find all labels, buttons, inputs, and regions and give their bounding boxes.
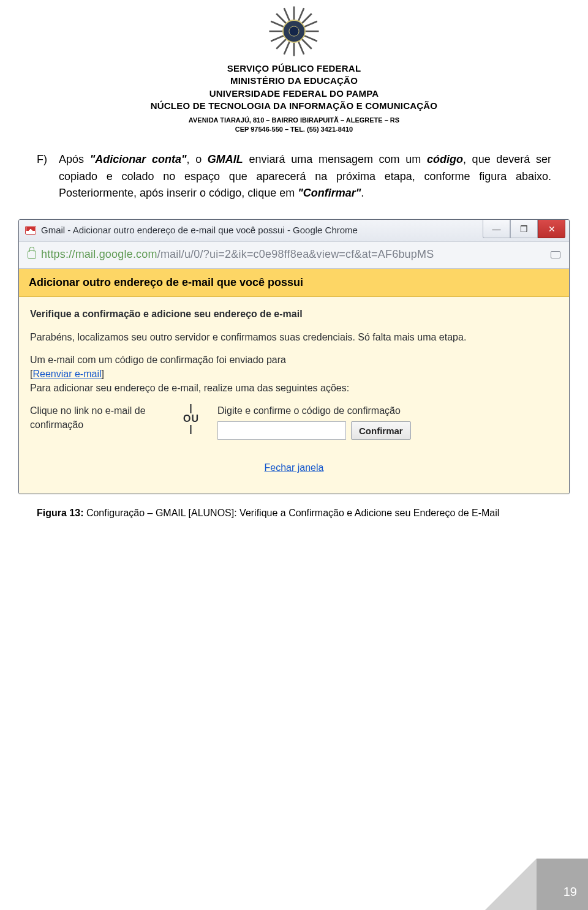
confirmation-code-input[interactable] bbox=[217, 421, 346, 440]
header-subline: CEP 97546-550 – TEL. (55) 3421-8410 bbox=[37, 125, 551, 134]
window-titlebar[interactable]: Gmail - Adicionar outro endereço de e-ma… bbox=[19, 220, 569, 242]
sep-or: OU bbox=[183, 414, 199, 424]
page-corner-decoration bbox=[537, 859, 588, 910]
caption-text: Configuração – GMAIL [ALUNOS]: Verifique… bbox=[83, 508, 499, 518]
close-button[interactable]: ✕ bbox=[538, 220, 565, 238]
gmail-band-title: Adicionar outro endereço de e-mail que v… bbox=[19, 269, 569, 297]
code-label: Digite e confirme o código de confirmaçã… bbox=[217, 404, 558, 418]
keyboard-icon bbox=[551, 251, 560, 258]
maximize-button[interactable]: ❐ bbox=[510, 220, 538, 238]
or-separator: | OU | bbox=[183, 404, 199, 434]
figure-caption: Figura 13: Configuração – GMAIL [ALUNOS]… bbox=[37, 508, 551, 519]
close-window-link[interactable]: Fechar janela bbox=[265, 462, 324, 473]
verify-title: Verifique a confirmação e adicione seu e… bbox=[30, 307, 558, 321]
header-subline: AVENIDA TIARAJÚ, 810 – BAIRRO IBIRAPUITÃ… bbox=[37, 116, 551, 125]
header-line: MINISTÉRIO DA EDUCAÇÃO bbox=[37, 75, 551, 87]
window-title: Gmail - Adicionar outro endereço de e-ma… bbox=[41, 225, 358, 235]
text: enviará uma mensagem com um bbox=[243, 153, 427, 165]
lock-icon bbox=[28, 250, 36, 259]
gmail-icon bbox=[25, 226, 36, 235]
list-marker: F) bbox=[37, 151, 59, 203]
text-bold: código bbox=[427, 153, 463, 165]
national-seal-icon bbox=[266, 4, 322, 59]
svg-point-18 bbox=[289, 26, 299, 36]
address-bar[interactable]: https://mail.google.com/mail/u/0/?ui=2&i… bbox=[19, 242, 569, 269]
text: , o bbox=[186, 153, 207, 165]
click-link-option: Clique no link no e-mail de confirmação bbox=[30, 404, 165, 432]
text-bold: GMAIL bbox=[208, 153, 243, 165]
instruction-paragraph: F) Após "Adicionar conta", o GMAIL envia… bbox=[37, 151, 551, 203]
embedded-screenshot: Gmail - Adicionar outro endereço de e-ma… bbox=[18, 219, 570, 494]
sep-bar: | bbox=[183, 404, 199, 414]
text-bold: "Confirmar" bbox=[298, 187, 361, 199]
text-bold: "Adicionar conta" bbox=[90, 153, 187, 165]
sent-text: Um e-mail com um código de confirmação f… bbox=[30, 355, 286, 365]
page-number: 19 bbox=[564, 885, 577, 899]
url-secure: https://mail.google.com bbox=[41, 248, 157, 260]
minimize-button[interactable]: — bbox=[483, 220, 510, 238]
url-path: /mail/u/0/?ui=2&ik=c0e98ff8ea&view=cf&at… bbox=[157, 248, 434, 260]
congrats-text: Parabéns, localizamos seu outro servidor… bbox=[30, 330, 558, 344]
header-line: SERVIÇO PÚBLICO FEDERAL bbox=[37, 62, 551, 75]
confirm-button[interactable]: Confirmar bbox=[351, 421, 411, 440]
header-line: NÚCLEO DE TECNOLOGIA DA INFORMAÇÃO E COM… bbox=[37, 100, 551, 112]
actions-text: Para adicionar seu endereço de e-mail, r… bbox=[30, 383, 349, 393]
caption-bold: Figura 13: bbox=[37, 508, 83, 518]
sep-bar: | bbox=[183, 424, 199, 435]
document-header: SERVIÇO PÚBLICO FEDERAL MINISTÉRIO DA ED… bbox=[37, 0, 551, 134]
url-text: https://mail.google.com/mail/u/0/?ui=2&i… bbox=[41, 248, 542, 261]
header-line: UNIVERSIDADE FEDERAL DO PAMPA bbox=[37, 88, 551, 100]
text: . bbox=[361, 187, 364, 199]
gmail-content: Verifique a confirmação e adicione seu e… bbox=[19, 297, 569, 493]
text: Após bbox=[59, 153, 90, 165]
resend-email-link[interactable]: Reenviar e-mail bbox=[32, 369, 101, 379]
